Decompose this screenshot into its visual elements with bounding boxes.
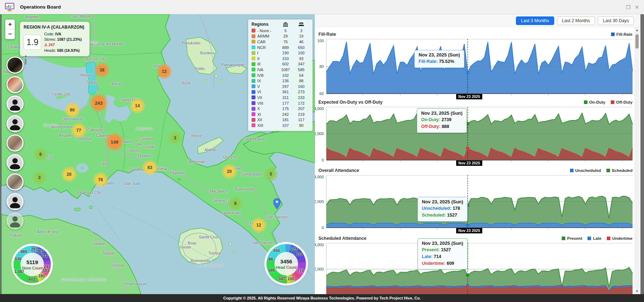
legend-item[interactable]: Fill-Rate [611,32,633,36]
legend-item[interactable]: Present [562,236,582,241]
legend-row[interactable]: VI361273 [252,89,309,95]
legend-row[interactable]: VII311233 [252,95,309,100]
legend-row[interactable]: XII181117 [252,117,309,123]
legend-row[interactable]: XIII10790 [252,123,309,128]
tooltip-value: 714 [434,254,441,259]
legend-item[interactable]: Unscheduled [570,168,601,173]
legend-row[interactable]: III602347 [252,61,309,67]
chart-plot-2[interactable]: 4,0002,0000 [315,107,634,164]
legend-row[interactable]: CAR7546 [252,39,309,45]
map-place-label: Santa Cruz [199,235,218,239]
zoom-in-button[interactable]: + [5,20,15,29]
scroll-up-icon[interactable]: ▲ [634,28,640,32]
avatar[interactable] [6,76,24,93]
legend-row[interactable]: IVB10254 [252,73,309,78]
legend-item[interactable]: On-Duty [584,100,605,104]
tooltip-title: Nov 23, 2025 (Sun) [421,110,463,116]
avatar[interactable] [6,154,24,171]
scroll-down-icon[interactable]: ▼ [634,289,640,293]
map-place-label: Quezon [223,155,237,159]
legend-row[interactable]: V297160 [252,84,309,89]
legend-row[interactable]: IX13688 [252,78,309,84]
legend-swatch-icon [587,237,591,240]
avatar-scrollbar: ▲ [24,54,27,65]
legend-row[interactable]: - None -53 [252,28,309,34]
marker-cluster[interactable]: 76 [95,174,106,185]
close-icon[interactable]: ✕ [635,4,639,10]
legend-row[interactable]: I190100 [252,50,309,56]
legend-row[interactable]: VIII177172 [252,100,309,106]
last-3-months-button[interactable]: Last 3 Months [516,16,554,25]
region-store-count: 181 [278,118,293,122]
legend-row[interactable]: NCR889650 [252,45,309,50]
legend-item[interactable]: Undertime [607,236,633,241]
donut-total-value: 5119 [26,259,38,265]
marker-cluster[interactable]: 38 [97,65,107,75]
region-color-swatch [252,84,255,88]
marker-cluster[interactable]: 63 [145,162,155,173]
svg-text:2,000: 2,000 [315,132,324,136]
marker-cluster[interactable]: 14 [132,100,143,111]
avatar[interactable] [6,56,24,74]
marker-cluster[interactable]: 20 [224,166,235,177]
bank-icon [278,22,293,27]
donut-segment-label: 1,087 [14,270,24,274]
marker-cluster[interactable]: 5 [266,169,275,179]
donut-segment-label: 585 [268,268,275,273]
last-2-months-button[interactable]: Last 2 Months [557,16,595,25]
legend-row[interactable]: X175207 [252,106,309,112]
marker-cluster[interactable]: 12 [159,66,170,77]
region-store-count: 153 [278,56,293,61]
avatar-scroll-thumb[interactable] [25,58,26,65]
zoom-level-value: 1.9 [24,35,41,50]
avatar[interactable] [6,193,24,210]
chart-title: Expected On-Duty vs Off-Duty [318,100,382,105]
map-place-label: Laguna [136,126,153,130]
marker-cluster[interactable]: 8 [36,150,45,159]
marker-cluster[interactable]: 20 [64,169,74,180]
marker-cluster[interactable]: 90 [67,105,78,115]
head-count-donut: 3456Head Count65027323321934710058588 [267,244,306,283]
marker-cluster[interactable]: 77 [73,125,84,136]
tooltip-value: 178 [453,206,460,211]
scroll-up-icon[interactable]: ▲ [24,54,27,58]
region-label: I [257,51,278,55]
region-label: VII [257,95,278,100]
legend-row[interactable]: ARMM2919 [252,34,309,39]
legend-item[interactable]: Late [587,236,601,241]
legend-label: Off-Duty [616,100,633,104]
chart-plot-3[interactable]: 4,0002,0000 [315,175,634,231]
legend-row[interactable]: XI242219 [252,112,309,117]
location-pin-icon[interactable] [273,198,280,209]
zoom-out-button[interactable]: − [5,29,15,39]
marker-cluster[interactable]: 3 [170,133,180,143]
region-label: CAR [257,40,278,44]
map-place-label: Buenavista [235,187,254,191]
legend-item[interactable]: Scheduled [606,168,633,173]
chart-plot-4[interactable]: 4,0002,000 [315,243,634,294]
donut-segment-label: 602 [29,277,35,282]
legend-row[interactable]: II15393 [252,56,309,61]
marker-cluster[interactable]: 3 [35,173,44,182]
charts-scroll-thumb[interactable] [635,34,639,49]
marker-cluster[interactable]: 12 [253,220,264,231]
avatar[interactable] [6,173,24,190]
avatar[interactable] [6,115,24,132]
tooltip-title: Nov 23, 2025 (Sun) [422,241,463,246]
tooltip-value: 75.52% [439,59,454,64]
map-place-label: Lucena [154,167,167,171]
legend-row[interactable]: IVA1087585 [252,67,309,73]
avatar[interactable] [6,95,24,113]
marker-cluster[interactable]: 149 [108,135,121,149]
legend-item[interactable]: Off-Duty [611,100,633,104]
marker-cluster[interactable]: 6 [231,199,240,208]
marker-cluster[interactable]: 243 [92,96,106,110]
avatar[interactable] [6,134,24,152]
last-30-days-button[interactable]: Last 30 Days [598,16,634,25]
map-panel[interactable]: AngelesSan MiguelCandabaSan FernandoDina… [1,14,315,294]
chart-plot-1[interactable]: 1008060 [315,39,634,97]
legend-label: Present [567,236,582,241]
map-place-label: Lipa [100,161,108,165]
maximize-icon[interactable]: ❐ [626,4,631,10]
avatar[interactable] [6,212,24,229]
